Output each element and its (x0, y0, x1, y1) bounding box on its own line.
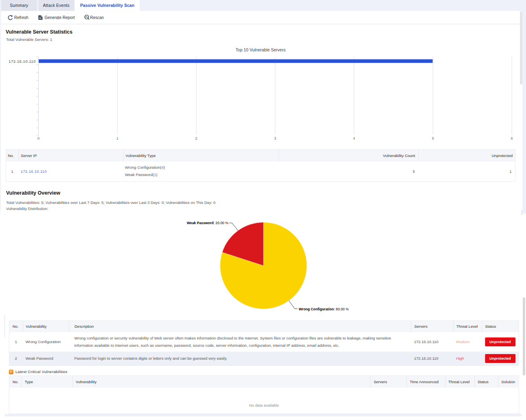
svg-text:1: 1 (116, 136, 118, 140)
svg-text:Weak Password: 20.00 %: Weak Password: 20.00 % (187, 221, 228, 225)
svg-text:4: 4 (353, 136, 355, 140)
svg-text:172.16.10.110: 172.16.10.110 (9, 59, 36, 64)
svg-text:2: 2 (195, 136, 197, 140)
svg-text:6: 6 (511, 136, 513, 140)
svg-text:3: 3 (274, 136, 276, 140)
svg-text:5: 5 (432, 136, 434, 140)
svg-text:Top 10 Vulnerable Servers: Top 10 Vulnerable Servers (236, 47, 285, 52)
svg-text:0: 0 (37, 136, 39, 140)
svg-text:Wrong Configuration: 80.00 %: Wrong Configuration: 80.00 % (299, 307, 349, 311)
